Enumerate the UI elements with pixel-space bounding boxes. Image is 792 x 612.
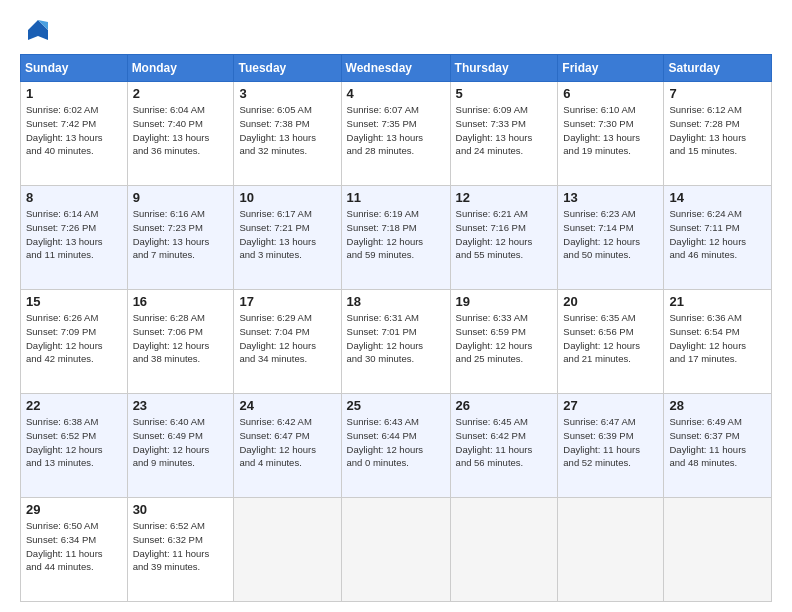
calendar-day-cell: 10Sunrise: 6:17 AM Sunset: 7:21 PM Dayli… bbox=[234, 186, 341, 290]
day-info: Sunrise: 6:47 AM Sunset: 6:39 PM Dayligh… bbox=[563, 415, 658, 470]
logo-icon bbox=[24, 16, 52, 44]
calendar-day-cell: 23Sunrise: 6:40 AM Sunset: 6:49 PM Dayli… bbox=[127, 394, 234, 498]
day-info: Sunrise: 6:23 AM Sunset: 7:14 PM Dayligh… bbox=[563, 207, 658, 262]
calendar-day-cell: 3Sunrise: 6:05 AM Sunset: 7:38 PM Daylig… bbox=[234, 82, 341, 186]
calendar-day-cell: 5Sunrise: 6:09 AM Sunset: 7:33 PM Daylig… bbox=[450, 82, 558, 186]
calendar-week-row: 15Sunrise: 6:26 AM Sunset: 7:09 PM Dayli… bbox=[21, 290, 772, 394]
day-info: Sunrise: 6:09 AM Sunset: 7:33 PM Dayligh… bbox=[456, 103, 553, 158]
calendar-day-cell: 21Sunrise: 6:36 AM Sunset: 6:54 PM Dayli… bbox=[664, 290, 772, 394]
day-number: 28 bbox=[669, 398, 766, 413]
day-number: 22 bbox=[26, 398, 122, 413]
calendar-day-cell: 28Sunrise: 6:49 AM Sunset: 6:37 PM Dayli… bbox=[664, 394, 772, 498]
day-number: 6 bbox=[563, 86, 658, 101]
day-number: 24 bbox=[239, 398, 335, 413]
day-number: 18 bbox=[347, 294, 445, 309]
empty-cell bbox=[234, 498, 341, 602]
day-number: 27 bbox=[563, 398, 658, 413]
day-info: Sunrise: 6:35 AM Sunset: 6:56 PM Dayligh… bbox=[563, 311, 658, 366]
day-number: 19 bbox=[456, 294, 553, 309]
calendar-day-cell: 26Sunrise: 6:45 AM Sunset: 6:42 PM Dayli… bbox=[450, 394, 558, 498]
calendar-day-cell: 20Sunrise: 6:35 AM Sunset: 6:56 PM Dayli… bbox=[558, 290, 664, 394]
day-header-tuesday: Tuesday bbox=[234, 55, 341, 82]
day-info: Sunrise: 6:14 AM Sunset: 7:26 PM Dayligh… bbox=[26, 207, 122, 262]
day-info: Sunrise: 6:50 AM Sunset: 6:34 PM Dayligh… bbox=[26, 519, 122, 574]
day-header-thursday: Thursday bbox=[450, 55, 558, 82]
header bbox=[20, 16, 772, 44]
day-number: 13 bbox=[563, 190, 658, 205]
calendar-week-row: 22Sunrise: 6:38 AM Sunset: 6:52 PM Dayli… bbox=[21, 394, 772, 498]
calendar: SundayMondayTuesdayWednesdayThursdayFrid… bbox=[20, 54, 772, 602]
day-info: Sunrise: 6:43 AM Sunset: 6:44 PM Dayligh… bbox=[347, 415, 445, 470]
calendar-day-cell: 30Sunrise: 6:52 AM Sunset: 6:32 PM Dayli… bbox=[127, 498, 234, 602]
calendar-day-cell: 4Sunrise: 6:07 AM Sunset: 7:35 PM Daylig… bbox=[341, 82, 450, 186]
day-number: 3 bbox=[239, 86, 335, 101]
day-number: 20 bbox=[563, 294, 658, 309]
day-number: 30 bbox=[133, 502, 229, 517]
day-number: 2 bbox=[133, 86, 229, 101]
day-info: Sunrise: 6:02 AM Sunset: 7:42 PM Dayligh… bbox=[26, 103, 122, 158]
calendar-day-cell: 25Sunrise: 6:43 AM Sunset: 6:44 PM Dayli… bbox=[341, 394, 450, 498]
day-number: 23 bbox=[133, 398, 229, 413]
day-number: 8 bbox=[26, 190, 122, 205]
day-info: Sunrise: 6:45 AM Sunset: 6:42 PM Dayligh… bbox=[456, 415, 553, 470]
day-header-friday: Friday bbox=[558, 55, 664, 82]
calendar-day-cell: 29Sunrise: 6:50 AM Sunset: 6:34 PM Dayli… bbox=[21, 498, 128, 602]
calendar-day-cell: 22Sunrise: 6:38 AM Sunset: 6:52 PM Dayli… bbox=[21, 394, 128, 498]
day-info: Sunrise: 6:33 AM Sunset: 6:59 PM Dayligh… bbox=[456, 311, 553, 366]
calendar-day-cell: 16Sunrise: 6:28 AM Sunset: 7:06 PM Dayli… bbox=[127, 290, 234, 394]
day-info: Sunrise: 6:28 AM Sunset: 7:06 PM Dayligh… bbox=[133, 311, 229, 366]
calendar-day-cell: 12Sunrise: 6:21 AM Sunset: 7:16 PM Dayli… bbox=[450, 186, 558, 290]
day-number: 17 bbox=[239, 294, 335, 309]
day-number: 21 bbox=[669, 294, 766, 309]
day-info: Sunrise: 6:29 AM Sunset: 7:04 PM Dayligh… bbox=[239, 311, 335, 366]
day-info: Sunrise: 6:12 AM Sunset: 7:28 PM Dayligh… bbox=[669, 103, 766, 158]
empty-cell bbox=[341, 498, 450, 602]
day-info: Sunrise: 6:10 AM Sunset: 7:30 PM Dayligh… bbox=[563, 103, 658, 158]
day-info: Sunrise: 6:26 AM Sunset: 7:09 PM Dayligh… bbox=[26, 311, 122, 366]
calendar-day-cell: 7Sunrise: 6:12 AM Sunset: 7:28 PM Daylig… bbox=[664, 82, 772, 186]
day-number: 12 bbox=[456, 190, 553, 205]
calendar-week-row: 1Sunrise: 6:02 AM Sunset: 7:42 PM Daylig… bbox=[21, 82, 772, 186]
calendar-day-cell: 27Sunrise: 6:47 AM Sunset: 6:39 PM Dayli… bbox=[558, 394, 664, 498]
day-info: Sunrise: 6:40 AM Sunset: 6:49 PM Dayligh… bbox=[133, 415, 229, 470]
calendar-header-row: SundayMondayTuesdayWednesdayThursdayFrid… bbox=[21, 55, 772, 82]
day-header-saturday: Saturday bbox=[664, 55, 772, 82]
day-info: Sunrise: 6:19 AM Sunset: 7:18 PM Dayligh… bbox=[347, 207, 445, 262]
calendar-day-cell: 17Sunrise: 6:29 AM Sunset: 7:04 PM Dayli… bbox=[234, 290, 341, 394]
day-number: 16 bbox=[133, 294, 229, 309]
day-number: 14 bbox=[669, 190, 766, 205]
day-info: Sunrise: 6:24 AM Sunset: 7:11 PM Dayligh… bbox=[669, 207, 766, 262]
calendar-day-cell: 11Sunrise: 6:19 AM Sunset: 7:18 PM Dayli… bbox=[341, 186, 450, 290]
calendar-day-cell: 18Sunrise: 6:31 AM Sunset: 7:01 PM Dayli… bbox=[341, 290, 450, 394]
empty-cell bbox=[664, 498, 772, 602]
day-number: 5 bbox=[456, 86, 553, 101]
day-number: 26 bbox=[456, 398, 553, 413]
calendar-day-cell: 14Sunrise: 6:24 AM Sunset: 7:11 PM Dayli… bbox=[664, 186, 772, 290]
empty-cell bbox=[558, 498, 664, 602]
day-info: Sunrise: 6:07 AM Sunset: 7:35 PM Dayligh… bbox=[347, 103, 445, 158]
day-number: 9 bbox=[133, 190, 229, 205]
day-info: Sunrise: 6:16 AM Sunset: 7:23 PM Dayligh… bbox=[133, 207, 229, 262]
day-number: 11 bbox=[347, 190, 445, 205]
day-info: Sunrise: 6:05 AM Sunset: 7:38 PM Dayligh… bbox=[239, 103, 335, 158]
day-number: 25 bbox=[347, 398, 445, 413]
day-info: Sunrise: 6:21 AM Sunset: 7:16 PM Dayligh… bbox=[456, 207, 553, 262]
calendar-week-row: 29Sunrise: 6:50 AM Sunset: 6:34 PM Dayli… bbox=[21, 498, 772, 602]
day-info: Sunrise: 6:17 AM Sunset: 7:21 PM Dayligh… bbox=[239, 207, 335, 262]
calendar-day-cell: 15Sunrise: 6:26 AM Sunset: 7:09 PM Dayli… bbox=[21, 290, 128, 394]
day-number: 1 bbox=[26, 86, 122, 101]
calendar-day-cell: 19Sunrise: 6:33 AM Sunset: 6:59 PM Dayli… bbox=[450, 290, 558, 394]
day-number: 7 bbox=[669, 86, 766, 101]
day-info: Sunrise: 6:49 AM Sunset: 6:37 PM Dayligh… bbox=[669, 415, 766, 470]
day-info: Sunrise: 6:36 AM Sunset: 6:54 PM Dayligh… bbox=[669, 311, 766, 366]
day-header-sunday: Sunday bbox=[21, 55, 128, 82]
calendar-day-cell: 9Sunrise: 6:16 AM Sunset: 7:23 PM Daylig… bbox=[127, 186, 234, 290]
page: SundayMondayTuesdayWednesdayThursdayFrid… bbox=[0, 0, 792, 612]
day-number: 29 bbox=[26, 502, 122, 517]
day-number: 10 bbox=[239, 190, 335, 205]
day-info: Sunrise: 6:42 AM Sunset: 6:47 PM Dayligh… bbox=[239, 415, 335, 470]
day-number: 15 bbox=[26, 294, 122, 309]
empty-cell bbox=[450, 498, 558, 602]
day-info: Sunrise: 6:38 AM Sunset: 6:52 PM Dayligh… bbox=[26, 415, 122, 470]
calendar-day-cell: 2Sunrise: 6:04 AM Sunset: 7:40 PM Daylig… bbox=[127, 82, 234, 186]
